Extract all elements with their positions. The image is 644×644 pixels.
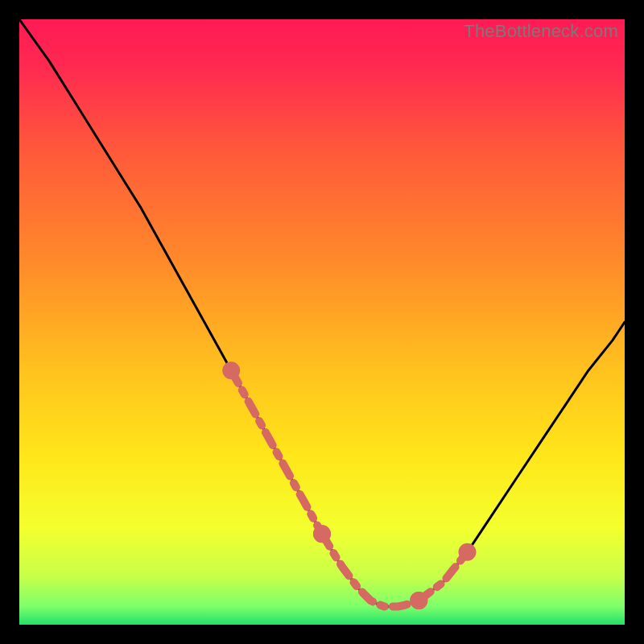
watermark-text: TheBottleneck.com xyxy=(464,21,618,42)
highlight-dot xyxy=(463,547,473,557)
highlight-dot xyxy=(414,596,423,605)
highlight-dot xyxy=(226,365,236,375)
bottleneck-chart xyxy=(19,19,625,625)
chart-frame: TheBottleneck.com xyxy=(19,19,625,625)
highlight-dot xyxy=(317,529,327,539)
